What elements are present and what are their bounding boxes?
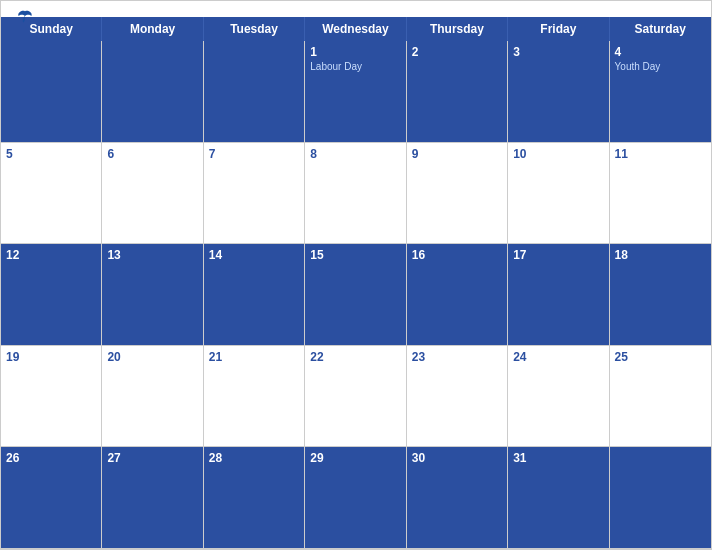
calendar-cell: 3 [508,41,609,143]
calendar-cell: 4Youth Day [610,41,711,143]
days-header: SundayMondayTuesdayWednesdayThursdayFrid… [1,17,711,41]
calendar-cell: 22 [305,346,406,448]
day-header-friday: Friday [508,17,609,41]
calendar-cell: 28 [204,447,305,549]
cell-date: 20 [107,350,197,364]
calendar-cell: 30 [407,447,508,549]
cell-date: 7 [209,147,299,161]
cell-date: 24 [513,350,603,364]
calendar-cell: 2 [407,41,508,143]
cell-date: 28 [209,451,299,465]
calendar-cell: 12 [1,244,102,346]
calendar-cell: 26 [1,447,102,549]
day-header-wednesday: Wednesday [305,17,406,41]
calendar-cell: 19 [1,346,102,448]
cell-date: 30 [412,451,502,465]
logo [17,9,35,23]
cell-date: 23 [412,350,502,364]
cell-date: 29 [310,451,400,465]
calendar-cell: 23 [407,346,508,448]
cell-date: 1 [310,45,400,59]
calendar-cell: 6 [102,143,203,245]
calendar-grid: 1Labour Day234Youth Day56789101112131415… [1,41,711,549]
cell-date: 5 [6,147,96,161]
cell-date: 9 [412,147,502,161]
cell-date: 26 [6,451,96,465]
calendar-cell: 10 [508,143,609,245]
calendar-cell: 8 [305,143,406,245]
calendar-cell: 24 [508,346,609,448]
logo-bird-icon [17,9,33,23]
calendar-cell: 20 [102,346,203,448]
cell-event: Youth Day [615,61,706,72]
calendar: SundayMondayTuesdayWednesdayThursdayFrid… [0,0,712,550]
calendar-cell: 15 [305,244,406,346]
cell-date: 8 [310,147,400,161]
calendar-cell: 7 [204,143,305,245]
calendar-cell: 11 [610,143,711,245]
day-header-saturday: Saturday [610,17,711,41]
calendar-cell: 5 [1,143,102,245]
calendar-cell [1,41,102,143]
calendar-cell: 29 [305,447,406,549]
calendar-cell [204,41,305,143]
cell-date: 19 [6,350,96,364]
day-header-monday: Monday [102,17,203,41]
calendar-cell: 27 [102,447,203,549]
cell-date: 21 [209,350,299,364]
logo-blue [17,9,35,23]
calendar-cell: 14 [204,244,305,346]
calendar-header [1,1,711,17]
calendar-cell: 25 [610,346,711,448]
cell-date: 3 [513,45,603,59]
calendar-cell: 18 [610,244,711,346]
cell-date: 25 [615,350,706,364]
cell-date: 10 [513,147,603,161]
cell-date: 15 [310,248,400,262]
calendar-cell: 1Labour Day [305,41,406,143]
calendar-cell: 16 [407,244,508,346]
cell-date: 22 [310,350,400,364]
cell-date: 31 [513,451,603,465]
calendar-cell [102,41,203,143]
calendar-cell: 31 [508,447,609,549]
cell-date: 11 [615,147,706,161]
calendar-cell: 17 [508,244,609,346]
cell-date: 4 [615,45,706,59]
calendar-cell: 9 [407,143,508,245]
cell-event: Labour Day [310,61,400,72]
day-header-thursday: Thursday [407,17,508,41]
cell-date: 16 [412,248,502,262]
cell-date: 17 [513,248,603,262]
cell-date: 6 [107,147,197,161]
cell-date: 2 [412,45,502,59]
cell-date: 13 [107,248,197,262]
cell-date: 18 [615,248,706,262]
calendar-cell: 13 [102,244,203,346]
cell-date: 14 [209,248,299,262]
day-header-tuesday: Tuesday [204,17,305,41]
cell-date: 12 [6,248,96,262]
calendar-cell: 21 [204,346,305,448]
cell-date: 27 [107,451,197,465]
calendar-cell [610,447,711,549]
